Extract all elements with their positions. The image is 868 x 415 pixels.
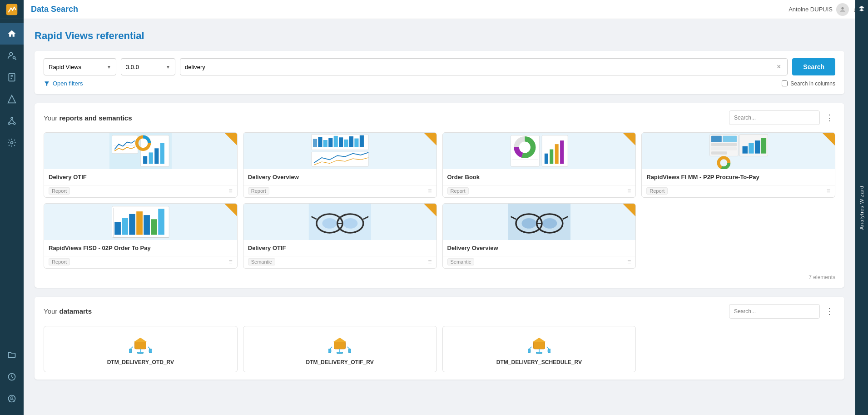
datamart-card-otd[interactable]: DTM_DELIVERY_OTD_RV bbox=[44, 326, 238, 372]
card-delivery-overview-semantic[interactable]: Delivery Overview Semantic ≡ bbox=[442, 203, 636, 269]
card-rapidviews-fi-mm[interactable]: RapidViews FI MM - P2P Procure-To-Pay Re… bbox=[641, 132, 835, 198]
svg-rect-50 bbox=[560, 140, 564, 164]
svg-point-91 bbox=[542, 218, 557, 229]
app-logo[interactable] bbox=[0, 0, 24, 19]
svg-rect-26 bbox=[160, 143, 164, 164]
type-dropdown[interactable]: Rapid Views ▼ bbox=[44, 58, 116, 75]
svg-rect-37 bbox=[354, 139, 358, 147]
search-section: Rapid Views ▼ 3.0.0 ▼ × Search Open filt… bbox=[35, 51, 844, 94]
card-body-rapidviews-fi-mm: RapidViews FI MM - P2P Procure-To-Pay bbox=[642, 169, 835, 183]
cards-grid: Delivery OTIF Report ≡ bbox=[44, 132, 835, 269]
book-icon bbox=[7, 73, 16, 82]
datamarts-search-input[interactable] bbox=[729, 304, 820, 319]
card-menu-icon[interactable]: ≡ bbox=[827, 187, 830, 195]
thumb-chart-delivery-otif bbox=[44, 133, 237, 169]
card-name: RapidViews FISD - 02P Order To Pay bbox=[49, 245, 151, 251]
svg-rect-33 bbox=[333, 136, 337, 147]
svg-rect-97 bbox=[149, 349, 152, 353]
svg-rect-72 bbox=[151, 219, 157, 235]
sidebar-item-nodes[interactable] bbox=[0, 110, 24, 132]
card-corner-badge bbox=[224, 133, 237, 145]
card-name: Order Book bbox=[447, 174, 480, 180]
svg-point-17 bbox=[11, 397, 13, 399]
card-menu-icon[interactable]: ≡ bbox=[428, 258, 432, 265]
datamart-name-otif: DTM_DELIVERY_OTIF_RV bbox=[306, 359, 373, 365]
search-in-columns-checkbox[interactable] bbox=[782, 80, 788, 86]
svg-point-83 bbox=[343, 218, 357, 229]
card-thumb-delivery-otif bbox=[44, 133, 237, 169]
search-input[interactable] bbox=[185, 64, 775, 70]
sidebar-item-user[interactable] bbox=[0, 388, 24, 410]
clear-search-button[interactable]: × bbox=[775, 63, 783, 71]
card-type: Semantic bbox=[248, 258, 275, 265]
card-footer: Report ≡ bbox=[243, 185, 436, 197]
analytics-wizard-icon bbox=[858, 5, 865, 12]
card-delivery-otif-semantic[interactable]: Delivery OTIF Semantic ≡ bbox=[243, 203, 437, 269]
card-order-book-report[interactable]: Order Book Report ≡ bbox=[442, 132, 636, 198]
reports-more-button[interactable]: ⋮ bbox=[823, 113, 835, 123]
sidebar-item-clock[interactable] bbox=[0, 366, 24, 388]
svg-rect-35 bbox=[344, 140, 348, 147]
svg-rect-25 bbox=[154, 148, 159, 164]
avatar[interactable] bbox=[836, 3, 849, 16]
svg-rect-70 bbox=[136, 211, 143, 235]
svg-point-1 bbox=[10, 52, 13, 55]
search-button[interactable]: Search bbox=[792, 58, 835, 75]
card-name: RapidViews FI MM - P2P Procure-To-Pay bbox=[646, 174, 759, 180]
card-delivery-otif-report[interactable]: Delivery OTIF Report ≡ bbox=[44, 132, 238, 198]
card-type: Report bbox=[646, 187, 668, 195]
sidebar-item-home[interactable] bbox=[0, 23, 24, 45]
card-menu-icon[interactable]: ≡ bbox=[229, 258, 233, 265]
svg-rect-57 bbox=[711, 151, 727, 155]
card-menu-icon[interactable]: ≡ bbox=[627, 258, 631, 265]
sidebar-item-folder[interactable] bbox=[0, 344, 24, 366]
analytics-wizard-panel[interactable]: Analytics Wizard bbox=[855, 0, 868, 415]
datamarts-more-button[interactable]: ⋮ bbox=[823, 306, 835, 316]
card-rapidviews-fisd[interactable]: RapidViews FISD - 02P Order To Pay Repor… bbox=[44, 203, 238, 269]
sidebar-item-book[interactable] bbox=[0, 66, 24, 88]
version-dropdown[interactable]: 3.0.0 ▼ bbox=[121, 58, 175, 75]
card-menu-icon[interactable]: ≡ bbox=[229, 187, 233, 195]
datamarts-title-normal: Your bbox=[44, 307, 59, 315]
app-title-normal: Search bbox=[49, 5, 78, 14]
reports-search-input[interactable] bbox=[729, 110, 820, 125]
card-corner-badge bbox=[822, 133, 835, 145]
svg-rect-95 bbox=[129, 349, 132, 353]
svg-rect-30 bbox=[318, 137, 322, 147]
sidebar bbox=[0, 0, 24, 415]
svg-rect-108 bbox=[533, 341, 545, 349]
card-footer: Report ≡ bbox=[44, 256, 237, 268]
chart-icon bbox=[7, 95, 16, 104]
datamart-name-schedule: DTM_DELIVERY_SCHEDULE_RV bbox=[496, 359, 582, 365]
card-corner-badge bbox=[623, 133, 635, 145]
card-menu-icon[interactable]: ≡ bbox=[627, 187, 631, 195]
svg-rect-107 bbox=[337, 352, 342, 353]
reports-search: ⋮ bbox=[729, 110, 835, 125]
datamart-card-otif[interactable]: DTM_DELIVERY_OTIF_RV bbox=[243, 326, 437, 372]
open-filters-button[interactable]: Open filters bbox=[44, 80, 83, 87]
datamart-name-otd: DTM_DELIVERY_OTD_RV bbox=[107, 359, 174, 365]
sidebar-item-settings[interactable] bbox=[0, 132, 24, 154]
sidebar-item-chart[interactable] bbox=[0, 88, 24, 110]
card-thumb-delivery-overview-semantic bbox=[443, 204, 636, 240]
card-footer: Report ≡ bbox=[642, 185, 835, 197]
card-delivery-overview-report[interactable]: Delivery Overview Report ≡ bbox=[243, 132, 437, 198]
svg-rect-53 bbox=[711, 136, 722, 142]
search-input-wrap: × bbox=[180, 58, 788, 75]
svg-rect-68 bbox=[122, 218, 128, 235]
search-in-columns-label: Search in columns bbox=[790, 80, 835, 87]
svg-point-90 bbox=[521, 218, 536, 229]
datamart-icon-otif bbox=[328, 333, 351, 355]
reports-title-normal: Your bbox=[44, 114, 59, 122]
main-content: Data Search Antoine DUPUIS Rapid Views r… bbox=[24, 0, 868, 415]
card-footer: Semantic ≡ bbox=[243, 256, 436, 268]
sidebar-item-search[interactable] bbox=[0, 45, 24, 66]
svg-rect-47 bbox=[544, 154, 548, 164]
card-menu-icon[interactable]: ≡ bbox=[428, 187, 432, 195]
datamart-card-schedule[interactable]: DTM_DELIVERY_SCHEDULE_RV bbox=[442, 326, 636, 372]
svg-rect-29 bbox=[313, 139, 317, 147]
card-footer: Semantic ≡ bbox=[443, 256, 636, 268]
svg-line-11 bbox=[9, 119, 12, 123]
search-row: Rapid Views ▼ 3.0.0 ▼ × Search bbox=[44, 58, 835, 75]
reports-section-title: Your reports and semantics bbox=[44, 114, 132, 122]
